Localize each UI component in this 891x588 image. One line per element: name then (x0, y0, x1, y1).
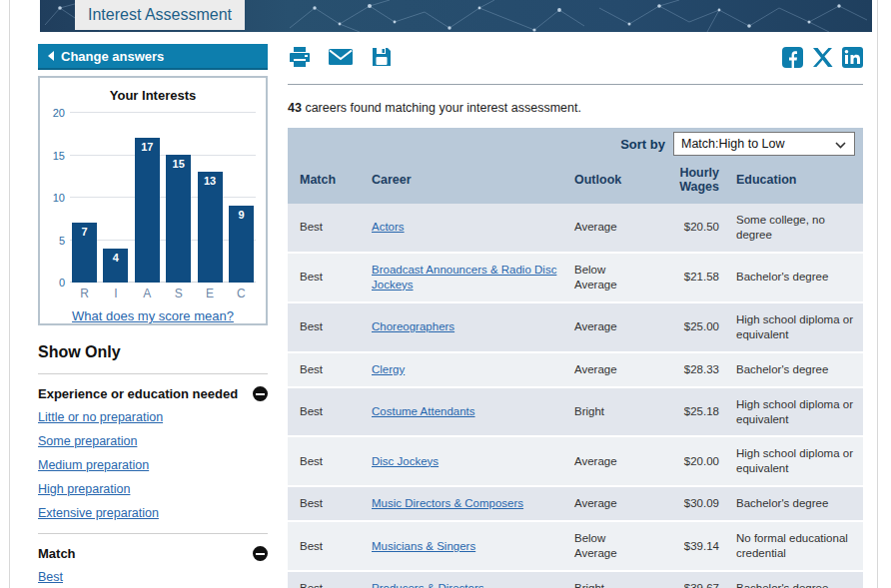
chart-bars: 741715139 (72, 113, 254, 283)
cell-wages: $28.33 (654, 352, 721, 387)
back-arrow-icon (48, 51, 54, 61)
chart-title: Your Interests (40, 88, 266, 103)
facebook-icon[interactable] (782, 47, 803, 68)
filter-link[interactable]: High preparation (38, 482, 130, 496)
match-links: BestGreatGood (38, 567, 268, 588)
bar-R: 7 (72, 223, 97, 283)
filter-link[interactable]: Extensive preparation (38, 506, 159, 520)
print-icon[interactable] (288, 45, 312, 69)
table-row: BestCostume AttendantsBright$25.18High s… (288, 387, 863, 437)
collapse-minus-icon[interactable] (253, 386, 268, 401)
cell-match: Best (288, 253, 360, 302)
cell-wages: $39.67 (654, 571, 721, 588)
save-icon[interactable] (370, 45, 394, 69)
cell-match: Best (288, 486, 360, 521)
sort-by-label: Sort by (620, 137, 665, 152)
y-axis-tick: 10 (53, 192, 65, 204)
y-axis-tick: 0 (59, 277, 65, 289)
career-link[interactable]: Producers & Directors (372, 582, 483, 588)
career-link[interactable]: Clergy (372, 363, 405, 375)
career-link[interactable]: Actors (372, 221, 405, 233)
list-item: Best (38, 567, 268, 585)
sidebar-divider (38, 373, 268, 374)
sidebar-divider (38, 533, 268, 534)
cell-wages: $39.14 (654, 521, 721, 571)
y-axis-tick: 15 (53, 150, 65, 162)
cell-wages: $20.00 (654, 436, 721, 486)
section-experience-header: Experience or education needed (38, 386, 268, 401)
social-icons (782, 47, 863, 68)
cell-match: Best (288, 387, 360, 437)
bar-value-label: 4 (103, 252, 128, 264)
career-link[interactable]: Choreographers (372, 320, 454, 332)
collapse-minus-icon[interactable] (253, 546, 268, 561)
cell-education: Bachelor's degree (721, 486, 863, 521)
career-link[interactable]: Broadcast Announcers & Radio Disc Jockey… (372, 264, 556, 291)
careers-table: Match Career Outlook Hourly Wages Educat… (288, 160, 863, 588)
experience-links: Little or no preparationSome preparation… (38, 407, 268, 521)
cell-career: Broadcast Announcers & Radio Disc Jockey… (360, 253, 562, 302)
x-axis-label: I (103, 287, 128, 300)
careers-table-wrap: Sort by Match:High to Low Match Career O… (288, 128, 863, 588)
table-row: BestBroadcast Announcers & Radio Disc Jo… (288, 253, 863, 302)
x-axis-label: E (198, 287, 223, 300)
col-header-career: Career (360, 160, 562, 204)
cell-education: Bachelor's degree (721, 571, 863, 588)
x-icon[interactable] (812, 47, 833, 68)
cell-outlook: Bright (562, 571, 654, 588)
filter-link[interactable]: Medium preparation (38, 458, 149, 472)
table-row: BestMusic Directors & ComposersAverage$3… (288, 486, 863, 521)
bar-value-label: 15 (166, 158, 191, 170)
show-only-heading: Show Only (38, 343, 268, 361)
sort-bar: Sort by Match:High to Low (288, 128, 863, 160)
bar-E: 13 (198, 172, 223, 283)
page-left-border (9, 0, 10, 588)
top-banner: Interest Assessment (40, 0, 872, 32)
x-axis-label: C (229, 287, 254, 300)
chart-plot-area: 05101520 741715139 (70, 113, 256, 283)
table-row: BestMusicians & SingersBelow Average$39.… (288, 521, 863, 571)
tab-interest-assessment[interactable]: Interest Assessment (75, 0, 245, 30)
cell-career: Choreographers (360, 302, 562, 352)
filter-link[interactable]: Little or no preparation (38, 410, 163, 424)
x-axis-label: A (135, 287, 160, 300)
career-link[interactable]: Costume Attendants (372, 405, 475, 417)
list-item: Little or no preparation (38, 407, 268, 425)
linkedin-icon[interactable] (842, 47, 863, 68)
change-answers-button[interactable]: Change answers (38, 44, 268, 70)
filter-link[interactable]: Best (38, 570, 63, 584)
table-row: BestClergyAverage$28.33Bachelor's degree (288, 352, 863, 387)
cell-match: Best (288, 302, 360, 352)
toolbar-divider (288, 84, 863, 85)
cell-wages: $21.58 (654, 253, 721, 302)
cell-wages: $30.09 (654, 486, 721, 521)
bar-I: 4 (103, 249, 128, 283)
col-header-match: Match (288, 160, 360, 204)
sort-select[interactable]: Match:High to Low (673, 132, 855, 156)
page: Interest Assessment Change answers Your … (0, 0, 891, 588)
table-row: BestProducers & DirectorsBright$39.67Bac… (288, 571, 863, 588)
career-link[interactable]: Musicians & Singers (372, 540, 475, 552)
table-row: BestChoreographersAverage$25.00High scho… (288, 302, 863, 352)
career-link[interactable]: Music Directors & Composers (372, 497, 523, 509)
main-content: 43 careers found matching your interest … (288, 44, 863, 588)
career-link[interactable]: Disc Jockeys (372, 455, 439, 467)
cell-education: Some college, no degree (721, 204, 863, 253)
cell-education: High school diploma or equivalent (721, 302, 863, 352)
table-header-row: Match Career Outlook Hourly Wages Educat… (288, 160, 863, 204)
cell-outlook: Below Average (562, 253, 654, 302)
email-icon[interactable] (328, 45, 354, 69)
x-axis-label: R (72, 287, 97, 300)
cell-outlook: Average (562, 436, 654, 486)
cell-match: Best (288, 571, 360, 588)
cell-education: Bachelor's degree (721, 352, 863, 387)
cell-wages: $25.18 (654, 387, 721, 437)
career-table-body: BestActorsAverage$20.50Some college, no … (288, 204, 863, 588)
cell-wages: $20.50 (654, 204, 721, 253)
filter-link[interactable]: Some preparation (38, 434, 137, 448)
chart-x-labels: RIASEC (72, 287, 254, 300)
cell-career: Actors (360, 204, 562, 253)
table-row: BestActorsAverage$20.50Some college, no … (288, 204, 863, 253)
score-meaning-link[interactable]: What does my score mean? (72, 308, 234, 323)
bar-C: 9 (229, 206, 254, 283)
